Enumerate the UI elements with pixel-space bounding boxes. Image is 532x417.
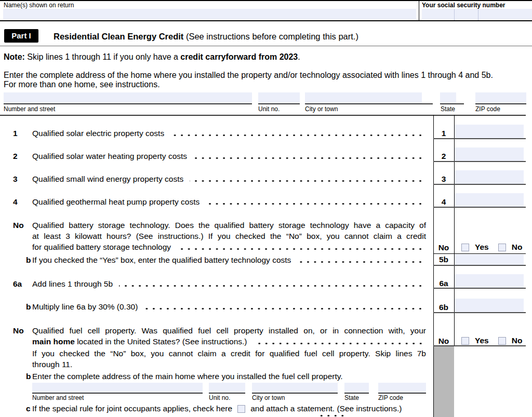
- part1-title: Residential Clean Energy Credit: [54, 32, 183, 41]
- address-unit-label: Unit no.: [258, 106, 280, 113]
- line-3-number: 3: [13, 174, 18, 184]
- rule: [433, 161, 526, 162]
- line-3-row: Qualified small wind energy property cos…: [32, 174, 426, 184]
- dot-leader: [119, 285, 424, 287]
- rule: [433, 184, 526, 185]
- ssn-separator: [454, 9, 455, 20]
- rule: [433, 312, 526, 313]
- shaded-column: [434, 346, 454, 417]
- underline: [209, 393, 245, 394]
- rule: [433, 138, 526, 139]
- note-text: Skip lines 1 through 11 if you only have…: [25, 52, 180, 61]
- line-3-amount-input[interactable]: [455, 170, 524, 184]
- address-city-input[interactable]: [305, 92, 422, 103]
- fuelcell-city-input[interactable]: [252, 383, 338, 393]
- line-5a-no-label: No: [512, 243, 523, 252]
- line-3-label: Qualified small wind energy property cos…: [32, 174, 183, 184]
- rule: [433, 265, 526, 266]
- name-field-label: Name(s) shown on return: [4, 2, 74, 9]
- line-1-amount-input[interactable]: [455, 125, 524, 138]
- underline: [440, 103, 464, 104]
- cutoff-dot-leader: [318, 414, 345, 417]
- line-5b-box-number: 5b: [433, 255, 454, 264]
- line-5a-no-checkbox[interactable]: [498, 244, 506, 251]
- address-state-label: State: [441, 106, 455, 113]
- ssn-separator: [478, 9, 478, 20]
- fuelcell-state-input[interactable]: [344, 383, 369, 393]
- line-7a-number: No: [13, 326, 24, 335]
- line-6b-row: Multiply line 6a by 30% (0.30): [32, 302, 426, 312]
- table-top-border: [0, 115, 526, 116]
- address-number-street-label: Number and street: [4, 106, 55, 113]
- dot-leader: [254, 342, 424, 345]
- fuelcell-number-street-input[interactable]: [32, 383, 203, 393]
- line-5a-yesno: Yes No: [461, 243, 522, 252]
- ssn-label: Your social security number: [422, 2, 506, 9]
- underline: [305, 103, 433, 104]
- line-7a-main-home: main home: [32, 337, 75, 346]
- underline: [4, 103, 252, 104]
- underline: [32, 393, 203, 394]
- part1-badge: Part I: [4, 29, 38, 43]
- line-7a-cont2: through 11.: [32, 360, 426, 369]
- line-5a-yes-label: Yes: [475, 243, 489, 252]
- line-7a-text1: Qualified fuel cell property. Was qualif…: [32, 326, 426, 335]
- fuelcell-unit-label: Unit no.: [209, 395, 230, 401]
- dot-leader: [190, 180, 424, 182]
- line-7a-no-checkbox[interactable]: [498, 337, 506, 345]
- line-6b-label: Multiply line 6a by 30% (0.30): [32, 302, 138, 312]
- rule: [433, 253, 526, 254]
- dot-leader: [170, 134, 424, 137]
- address-unit-input[interactable]: [258, 92, 300, 103]
- fuelcell-unit-input[interactable]: [209, 383, 245, 393]
- name-input[interactable]: [3, 9, 416, 20]
- dot-leader: [297, 261, 424, 263]
- underline: [378, 393, 426, 394]
- line-6a-amount-input[interactable]: [455, 274, 524, 288]
- line-5a-box-number: No: [433, 243, 454, 252]
- fuelcell-state-label: State: [344, 395, 359, 401]
- line-6a-row: Add lines 1 through 5b: [32, 279, 426, 289]
- line-6a-box-number: 6a: [433, 279, 454, 288]
- top-border: [0, 0, 532, 1]
- fuelcell-zip-input[interactable]: [378, 383, 426, 393]
- line-6b-amount-input[interactable]: [455, 299, 524, 312]
- rule: [433, 288, 526, 289]
- fuelcell-city-label: City or town: [252, 395, 285, 401]
- line-2-amount-input[interactable]: [455, 147, 524, 161]
- ssn-input[interactable]: [422, 9, 532, 20]
- line-4-number: 4: [13, 197, 18, 207]
- line-5a-yes-checkbox[interactable]: [461, 244, 469, 251]
- section-divider: [0, 46, 532, 46]
- intro-line2: For more than one home, see instructions…: [4, 79, 528, 89]
- line-7c-text-after: and attach a statement. (See instruction…: [250, 404, 402, 413]
- address-zip-input[interactable]: [475, 92, 526, 103]
- line-7a-yes-checkbox[interactable]: [461, 337, 469, 345]
- part1-title-note: (See instructions before completing this…: [183, 32, 358, 41]
- line-4-amount-input[interactable]: [455, 193, 524, 207]
- line-7a-text2: located in the United States? (See instr…: [75, 337, 247, 346]
- line-7c-checkbox[interactable]: [237, 405, 245, 413]
- line-4-row: Qualified geothermal heat pump property …: [32, 197, 426, 207]
- line-7c-row: If the special rule for joint occupants …: [32, 404, 402, 413]
- line-5a-text3: for qualified battery storage technology: [32, 243, 171, 252]
- line-6b-box-number: 6b: [433, 303, 454, 312]
- line-3-box-number: 3: [433, 174, 454, 184]
- line-5b-label: If you checked the “Yes” box, enter the …: [32, 255, 291, 265]
- underline: [258, 103, 300, 104]
- underline: [475, 103, 526, 104]
- line-7a-cont1: If you checked the “No” box, you cannot …: [32, 349, 426, 358]
- address-number-street-input[interactable]: [4, 92, 252, 103]
- dot-leader: [193, 157, 424, 159]
- line-1-label: Qualified solar electric property costs: [32, 129, 164, 138]
- intro-line1: Enter the complete address of the home w…: [4, 70, 528, 80]
- line-5b-amount-input[interactable]: [455, 254, 524, 265]
- header-bottom-border: [0, 20, 532, 21]
- line-5b-letter: b: [26, 255, 31, 265]
- line-5a-text2: at least 3 kilowatt hours? (See instruct…: [32, 232, 426, 241]
- address-state-input[interactable]: [440, 92, 456, 103]
- address-city-label: City or town: [305, 106, 338, 113]
- dot-leader: [144, 307, 424, 310]
- line-6b-letter: b: [26, 302, 31, 312]
- note-suffix: .: [298, 52, 300, 61]
